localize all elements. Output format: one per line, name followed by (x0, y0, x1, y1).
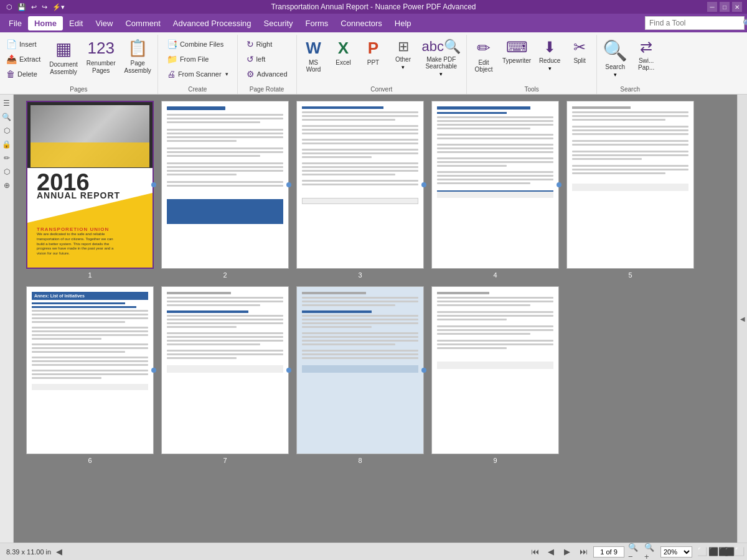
p6-l1 (32, 310, 148, 312)
other-button[interactable]: ⊞ Other ▾ (389, 36, 418, 73)
customize-icon[interactable]: ⚡▾ (52, 3, 65, 11)
rotate-left-button[interactable]: ↺ left (243, 52, 291, 66)
p4-l5 (437, 134, 553, 136)
ppt-icon: P (368, 39, 378, 58)
page-thumb-6[interactable]: Annex: List of Initiatives (26, 286, 154, 464)
next-page-button[interactable]: ▶ (561, 546, 573, 558)
menu-edit[interactable]: Edit (63, 16, 89, 30)
sidebar-icon-hex[interactable]: ⬡ (1, 166, 13, 178)
page-8-nav-dot (421, 368, 426, 373)
menu-connectors[interactable]: Connectors (334, 16, 388, 30)
menu-home[interactable]: Home (28, 16, 63, 30)
p9-l7 (437, 325, 553, 327)
find-tool-input[interactable] (649, 19, 743, 27)
p2-heading (167, 106, 225, 110)
sidebar-icon-search[interactable]: 🔍 (1, 111, 13, 123)
reduce-icon: ⬇ (543, 39, 556, 56)
expand-icon[interactable]: ◀ (56, 547, 62, 556)
maximize-button[interactable]: □ (720, 2, 730, 12)
right-panel-toggle[interactable]: ◀ (740, 315, 745, 322)
p2-line10 (167, 155, 260, 157)
menu-forms[interactable]: Forms (299, 16, 335, 30)
page-6-image: Annex: List of Initiatives (26, 286, 154, 454)
split-button[interactable]: ✂ Split (565, 36, 594, 67)
delete-button[interactable]: 🗑 Delete (2, 67, 44, 81)
ribbon-section-convert: W MSWord X Excel P PPT ⊞ Other ▾ abc🔍 Ma… (297, 35, 467, 94)
sidebar-icon-pages[interactable]: ⬡ (1, 124, 13, 137)
edit-object-button[interactable]: ✏ EditObject (469, 36, 498, 75)
page-thumb-4[interactable]: 4 (431, 101, 559, 279)
find-tool-box[interactable]: 🔍 (645, 16, 745, 30)
menu-file[interactable]: File (2, 16, 28, 30)
menu-security[interactable]: Security (258, 16, 299, 30)
p7-l9 (167, 336, 283, 338)
page-number-input[interactable] (593, 546, 624, 558)
sidebar-icon-edit[interactable]: ✏ (1, 152, 13, 164)
first-page-button[interactable]: ⏮ (529, 546, 541, 558)
minimize-button[interactable]: ─ (707, 2, 717, 12)
p5-l4 (572, 126, 688, 128)
sidebar-icon-plus[interactable]: ⊕ (1, 179, 13, 192)
from-scanner-button[interactable]: 🖨 From Scanner ▾ (163, 67, 232, 81)
page-thumb-8[interactable]: 8 (296, 286, 424, 464)
status-right: ⏮ ◀ ▶ ⏭ 🔍− 🔍+ 10% 15% 20% 25% 50% 75% 10… (529, 546, 741, 558)
rotate-right-button[interactable]: ↻ Right (243, 37, 291, 51)
zoom-out-button[interactable]: 🔍− (628, 546, 641, 558)
page-assembly-button[interactable]: 📋 PageAssembly (121, 36, 155, 77)
combine-files-button[interactable]: 📑 Combine Files (163, 37, 232, 51)
single-page-view-button[interactable]: ⬜ (696, 546, 708, 558)
insert-button[interactable]: 📄 Insert (2, 37, 44, 51)
redo-icon[interactable]: ↪ (42, 3, 47, 11)
p5-l5 (572, 129, 688, 131)
p6-annex-header: Annex: List of Initiatives (32, 292, 148, 300)
extract-label: Extract (19, 55, 40, 63)
p5-l13 (572, 169, 688, 170)
search-button[interactable]: 🔍 Search ▾ (599, 36, 631, 80)
close-button[interactable]: ✕ (732, 2, 742, 12)
document-assembly-button[interactable]: ▦ DocumentAssembly (45, 36, 82, 78)
menu-advanced-processing[interactable]: Advanced Processing (167, 16, 258, 30)
prev-page-button[interactable]: ◀ (545, 546, 557, 558)
menu-help[interactable]: Help (388, 16, 418, 30)
last-page-button[interactable]: ⏭ (577, 546, 590, 558)
page-thumb-3[interactable]: 3 (296, 101, 424, 279)
page-thumb-9[interactable]: 9 (431, 286, 559, 464)
ppt-button[interactable]: P PPT (359, 36, 388, 68)
make-pdf-searchable-button[interactable]: abc🔍 Make PDFSearchable ▾ (419, 36, 464, 80)
ms-word-button[interactable]: W MSWord (299, 36, 328, 75)
excel-button[interactable]: X Excel (329, 36, 358, 68)
page-thumb-1[interactable]: 2016 ANNUAL REPORT TRANSPORETION UNION W… (26, 101, 154, 279)
sidebar-icon-lock[interactable]: 🔒 (1, 138, 13, 151)
reduce-button[interactable]: ⬇ Reduce ▾ (535, 36, 564, 74)
facing-view-button[interactable]: ⬛⬜ (728, 546, 741, 558)
extract-button[interactable]: 📤 Extract (2, 52, 44, 66)
document-area[interactable]: 2016 ANNUAL REPORT TRANSPORETION UNION W… (14, 95, 737, 543)
from-file-button[interactable]: 📁 From File (163, 52, 232, 66)
switch-pages-button[interactable]: ⇄ Swi...Pap... (632, 36, 660, 73)
page-thumb-7[interactable]: 7 (161, 286, 289, 464)
continuous-view-button[interactable]: ⬛⬛ (712, 546, 725, 558)
pages-section-label: Pages (2, 85, 155, 94)
p2-line9 (167, 151, 283, 153)
save-icon[interactable]: 💾 (17, 3, 26, 11)
sidebar-icon-menu[interactable]: ☰ (1, 97, 13, 110)
zoom-select[interactable]: 10% 15% 20% 25% 50% 75% 100% (660, 546, 692, 558)
app-icon: ⬡ (6, 3, 12, 11)
p6-l14 (32, 364, 148, 366)
typewriter-button[interactable]: ⌨ Typewriter (499, 36, 534, 67)
menu-comment[interactable]: Comment (119, 16, 166, 30)
p9-l6 (437, 319, 507, 320)
document-assembly-label: DocumentAssembly (49, 61, 78, 76)
p9-l8 (437, 329, 553, 331)
pages-content: 📄 Insert 📤 Extract 🗑 Delete ▦ DocumentAs… (2, 36, 155, 85)
page-thumb-5[interactable]: 5 (566, 101, 694, 279)
undo-icon[interactable]: ↩ (31, 3, 37, 11)
zoom-in-button[interactable]: 🔍+ (644, 546, 657, 558)
p3-l11 (302, 156, 372, 158)
p7-l10 (167, 340, 283, 342)
menu-view[interactable]: View (89, 16, 119, 30)
p9-l1 (437, 297, 553, 299)
advanced-rotate-button[interactable]: ⚙ Advanced (243, 67, 291, 81)
renumber-pages-button[interactable]: 123 RenumberPages (83, 36, 120, 77)
page-thumb-2[interactable]: 2 (161, 101, 289, 279)
